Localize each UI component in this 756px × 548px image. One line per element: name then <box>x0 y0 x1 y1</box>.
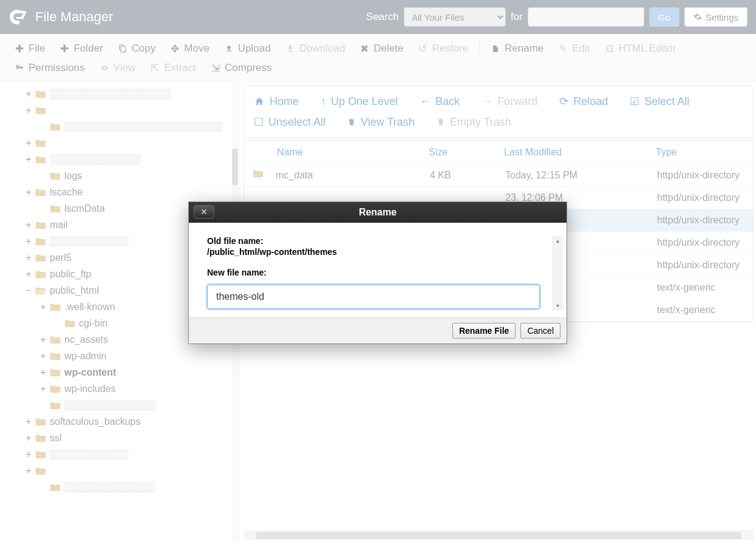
tree-row[interactable] <box>6 397 239 413</box>
toolbar-upload[interactable]: Upload <box>217 39 278 58</box>
content-hscroll[interactable] <box>243 530 754 540</box>
tree-label: lscache <box>50 187 83 198</box>
rename-file-button[interactable]: Rename File <box>452 323 516 339</box>
col-modified[interactable]: Last Modified <box>504 147 656 158</box>
nav-select-all[interactable]: ☑Select All <box>626 91 693 112</box>
cell-type: text/x-generic <box>657 282 744 293</box>
close-icon: ✕ <box>200 207 208 217</box>
nav-reload[interactable]: ⟳Reload <box>556 91 611 112</box>
tree-row[interactable]: + <box>6 135 239 151</box>
search-input[interactable] <box>528 7 644 27</box>
tree-label: perl5 <box>50 252 72 263</box>
expand-icon[interactable]: + <box>24 90 33 98</box>
expand-icon[interactable]: + <box>24 467 33 475</box>
toolbar-file[interactable]: ✚File <box>7 39 52 58</box>
tree-row[interactable]: logs <box>6 167 239 184</box>
expand-icon[interactable]: + <box>24 155 33 164</box>
arrow-right-icon: → <box>482 95 492 108</box>
cell-type: httpd/unix-directory <box>657 170 744 181</box>
expand-icon[interactable]: + <box>24 221 33 229</box>
folder-icon <box>35 467 46 475</box>
search-scope-select[interactable]: All Your Files <box>404 7 506 27</box>
new-name-input[interactable] <box>207 285 540 309</box>
expand-icon[interactable]: + <box>24 418 33 426</box>
toolbar-delete[interactable]: ✖Delete <box>352 39 410 58</box>
expand-icon[interactable]: + <box>24 434 33 442</box>
delete-icon: ✖ <box>359 44 369 53</box>
plus-icon: ✚ <box>60 44 69 53</box>
tree-row[interactable]: + <box>6 446 239 462</box>
settings-button[interactable]: Settings <box>684 7 747 27</box>
folder-icon <box>50 368 61 377</box>
expand-icon[interactable]: + <box>39 368 47 377</box>
tree-row[interactable]: +ssl <box>6 430 239 446</box>
folder-icon <box>50 336 61 344</box>
expand-icon[interactable]: + <box>39 303 47 311</box>
go-button[interactable]: Go <box>649 7 679 27</box>
tree-row[interactable]: +wp-content <box>6 364 239 381</box>
cell-type: httpd/unix-directory <box>657 237 744 248</box>
edit-icon: ✎ <box>558 44 568 53</box>
move-icon: ✥ <box>170 44 180 53</box>
expand-icon[interactable]: + <box>39 385 47 393</box>
scroll-down-icon: ▾ <box>552 301 563 310</box>
uncheck-icon: ☐ <box>254 115 264 129</box>
tree-row[interactable]: + <box>6 86 239 102</box>
redacted-label <box>64 121 222 132</box>
file-row[interactable]: mc_data4 KBToday, 12:15 PMhttpd/unix-dir… <box>244 164 753 187</box>
col-size[interactable]: Size <box>429 147 504 158</box>
tree-row[interactable] <box>6 118 239 135</box>
nav-back[interactable]: ←Back <box>416 91 463 112</box>
tree-row[interactable]: +wp-includes <box>6 381 239 397</box>
close-button[interactable]: ✕ <box>194 205 214 218</box>
nav-unselect-all[interactable]: ☐Unselect All <box>250 112 329 132</box>
expand-icon[interactable]: + <box>24 270 33 279</box>
dialog-titlebar[interactable]: ✕ Rename <box>189 202 567 223</box>
nav-view-trash[interactable]: View Trash <box>344 112 418 132</box>
folder-icon <box>35 90 46 98</box>
tree-label: public_ftp <box>50 269 92 280</box>
expand-icon[interactable]: + <box>24 237 33 246</box>
tree-row[interactable]: + <box>6 462 239 479</box>
expand-icon[interactable]: + <box>24 450 33 459</box>
toolbar-html-editor: HTML Editor <box>598 39 684 58</box>
file-list-header[interactable]: Name Size Last Modified Type <box>244 141 753 164</box>
tree-row[interactable]: +softaculous_backups <box>6 413 239 430</box>
toolbar-compress[interactable]: ⇲Compress <box>203 58 279 78</box>
toolbar-permissions[interactable]: Permissions <box>7 58 92 78</box>
toolbar-folder[interactable]: ✚Folder <box>52 39 110 58</box>
folder-icon <box>35 254 46 262</box>
toolbar-restore: ↺Restore <box>410 39 475 58</box>
key-icon <box>15 63 24 73</box>
col-name[interactable]: Name <box>277 147 429 158</box>
expand-icon[interactable]: + <box>39 352 47 360</box>
expand-icon[interactable]: + <box>39 336 47 344</box>
expand-icon[interactable]: + <box>24 188 33 197</box>
tree-row[interactable]: + <box>6 151 239 167</box>
nav-up[interactable]: ↑Up One Level <box>317 91 401 112</box>
folder-icon <box>35 106 46 115</box>
folder-icon <box>35 139 46 147</box>
redacted-label <box>50 154 141 165</box>
toolbar-copy[interactable]: Copy <box>111 39 163 58</box>
cell-type: text/x-generic <box>657 305 744 316</box>
expand-icon[interactable]: + <box>24 139 33 147</box>
expand-icon[interactable]: + <box>24 254 33 262</box>
tree-row[interactable] <box>6 479 239 495</box>
cancel-button[interactable]: Cancel <box>520 323 560 339</box>
tree-row[interactable]: +wp-admin <box>6 348 239 364</box>
dialog-scrollbar[interactable]: ▴ ▾ <box>552 236 563 310</box>
nav-home[interactable]: Home <box>250 91 302 112</box>
col-type[interactable]: Type <box>656 147 744 158</box>
redacted-label <box>50 236 129 247</box>
tree-row[interactable]: + <box>6 102 239 118</box>
extract-icon: ⇱ <box>150 63 160 73</box>
expand-icon[interactable]: + <box>24 106 33 115</box>
collapse-icon[interactable]: − <box>24 286 33 295</box>
rename-dialog: ✕ Rename Old file name: /public_html/wp-… <box>188 201 567 344</box>
folder-icon <box>35 434 46 442</box>
toolbar-rename[interactable]: Rename <box>483 39 551 58</box>
toolbar-move[interactable]: ✥Move <box>163 39 217 58</box>
folder-icon <box>35 237 46 246</box>
tree-row[interactable]: +lscache <box>6 184 239 200</box>
